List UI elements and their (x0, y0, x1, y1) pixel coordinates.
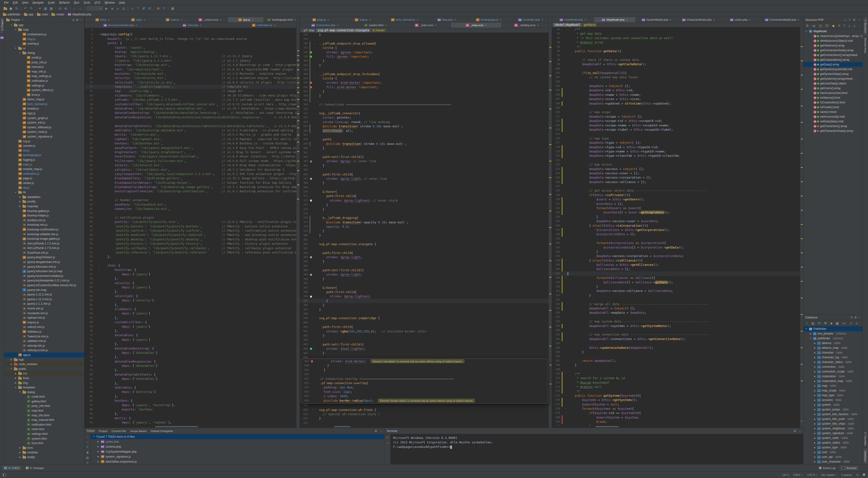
project-item-jquery.easypiechart.min.js[interactable]: JSjquery.easypiechart.min.js (4, 260, 84, 264)
fold-marker[interactable]: ▾ (97, 346, 100, 351)
fold-marker[interactable]: ▾ (97, 385, 100, 390)
vcs-commit-icon[interactable]: ⇡ (135, 6, 141, 11)
structure-method-getconnectiondata[interactable]: mgetConnectionData():array (804, 48, 863, 53)
project-item-main.js[interactable]: JSmain.js (4, 162, 84, 167)
code-line-137[interactable]: 137 $corporations = $this->getCorporatio… (552, 228, 800, 232)
code-line-90[interactable]: 90▾ morris: { (85, 416, 296, 420)
code-line-14[interactable]: 14 templates: '../public/templates', // … (85, 85, 296, 89)
tree-toggle-icon[interactable]: ▶ (813, 352, 816, 354)
code-line-454[interactable]: 454 font-size: 11px; (301, 390, 548, 394)
tree-toggle-icon[interactable]: ▶ (813, 423, 816, 425)
close-tab-icon[interactable]: × (136, 24, 137, 27)
code-line-158[interactable]: 158 // map system data -----------------… (552, 319, 800, 324)
code-line-337[interactable]: 337▾ circle { (300, 46, 549, 50)
code-line-338[interactable]: 338 stroke: $green !important; (300, 50, 549, 55)
code-line-336[interactable]: 336▾ ._jsPlumb_endpoint_drop_allowed{ (300, 41, 549, 46)
fold-marker[interactable]: ▾ (565, 27, 568, 32)
code-line-375[interactable]: 375 (300, 212, 549, 216)
code-line-33[interactable]: 33 validator: 'lib/validator.min', // v0… (85, 168, 296, 172)
tree-toggle-icon[interactable]: ▶ (14, 377, 17, 379)
database-toolbar-icon--[interactable]: ▥ (811, 321, 815, 325)
code-line-371[interactable]: 371▾ path:first-child{ (300, 194, 549, 198)
fold-marker[interactable]: ▾ (312, 155, 315, 159)
project-item-bootstrap.min.js[interactable]: JSbootstrap.min.js (4, 223, 84, 227)
tab-landingpage.html[interactable]: Hlandingpage.html× (264, 17, 300, 22)
structure-toolbar-icon-y[interactable]: Y (837, 24, 841, 28)
structure-toolbar-icon-az[interactable]: az (811, 24, 816, 28)
code-line-422[interactable]: 422 } (300, 416, 549, 421)
menu-tools[interactable]: Tools (81, 0, 92, 5)
code-line-76[interactable]: 76 }, (85, 355, 296, 359)
code-line-398[interactable]: 398 (300, 312, 549, 316)
code-line-99[interactable]: 99 $mapDataAll = $this->getCacheData(); (552, 62, 800, 66)
close-tab-icon[interactable]: × (537, 24, 538, 27)
structure-method-getsystems[interactable]: mgetSystems():array|mixed (804, 76, 863, 81)
tree-toggle-icon[interactable]: ▶ (813, 342, 816, 344)
structure-toolbar-icon--[interactable]: ⤓ (848, 24, 851, 28)
menu-file[interactable]: File (2, 0, 11, 5)
tool-window-button-9-changes[interactable]: 9: Changes (24, 466, 46, 470)
code-line-114[interactable]: 114 $mapData->scope->label = $this->scop… (552, 128, 800, 132)
tab-usermodel.php[interactable]: phpUserModel.php× (552, 17, 594, 22)
code-line-108[interactable]: 108 $mapData->updated = strtotime($this-… (552, 101, 800, 106)
code-line-365[interactable]: 365 (300, 168, 549, 172)
fold-marker[interactable]: ▾ (312, 425, 315, 425)
code-line-367[interactable]: 367 stroke: $gray-light; // outer line (300, 177, 549, 181)
code-line-176[interactable]: 176 $systems = $this->getSystems(); (552, 398, 800, 402)
tab-_colors.scss[interactable]: S_colors.scss× (192, 17, 228, 22)
replace-icon[interactable]: ⊘ (63, 6, 68, 11)
close-tab-icon[interactable]: × (385, 24, 386, 27)
fold-marker[interactable]: ▾ (312, 268, 315, 273)
php-icon[interactable]: php (0, 36, 4, 39)
code-line-394[interactable]: 394 stroke: $gray-lightest; (300, 294, 549, 298)
tree-toggle-icon[interactable]: ▼ (805, 328, 808, 330)
code-line-124[interactable]: 124 $mapData->access->user = []; (552, 171, 800, 176)
paste-icon[interactable]: ▤ (49, 6, 54, 11)
code-line-105[interactable]: 105 $mapData->id = $this->id; (552, 88, 800, 93)
project-item-system_graph.js[interactable]: JSsystem_graph.js (4, 116, 84, 121)
code-line-388[interactable]: 388▾ path:not(:first-child){ (300, 268, 549, 273)
code-line-109[interactable]: 109 (552, 106, 800, 110)
hide-icon[interactable]: − (79, 18, 82, 22)
code-line-28[interactable]: 28 easyPieChart: 'lib/jquery.easypiechar… (85, 146, 296, 150)
tab-_landing.scss[interactable]: S_landing.scss× (501, 23, 552, 28)
code-line-88[interactable]: 88 exports: 'bootbox' (85, 407, 296, 412)
synchronize-icon[interactable]: ↻ (14, 6, 20, 11)
fold-marker[interactable]: ▾ (565, 407, 568, 411)
tree-toggle-icon[interactable]: ▶ (14, 373, 17, 375)
tree-toggle-icon[interactable]: ▼ (19, 391, 21, 393)
fold-marker[interactable]: ▾ (97, 333, 100, 338)
copy-icon[interactable]: ▥ (43, 6, 49, 11)
code-line-140[interactable]: 140▾ foreach($corporations as $corporati… (552, 241, 800, 245)
code-line-342[interactable]: 342 (300, 68, 549, 72)
code-line-393[interactable]: 393▾ path:first-child{ (300, 290, 549, 294)
tree-toggle-icon[interactable]: ▶ (813, 437, 816, 439)
tab-_main.scss[interactable]: S_main.scss× (401, 23, 451, 28)
code-line-48[interactable]: 48 'pnotify.nonblock': 'lib/pnotify/pnot… (85, 233, 296, 237)
code-line-64[interactable]: 64 }, (85, 303, 296, 307)
code-line-343[interactable]: 343▾ ._jsPlumb_endpoint_drop_forbidden{ (300, 72, 549, 76)
code-line-164[interactable]: 164 $this->updateCacheData($mapDataAll); (552, 346, 800, 350)
run-icon[interactable]: ▶ (104, 6, 110, 11)
code-line-59[interactable]: 59▾ velocity: { (85, 281, 296, 285)
project-item-modules[interactable]: ▶modules (4, 450, 84, 455)
project-item-velocity.ui.min.js[interactable]: JSvelocity.ui.min.js (4, 348, 84, 353)
project-item-route.html[interactable]: Hroute.html (4, 427, 84, 432)
project-item-map[interactable]: ▼map (4, 28, 84, 32)
close-tab-icon[interactable]: × (274, 24, 275, 27)
profiler-icon[interactable]: ▨ (121, 6, 126, 11)
tree-toggle-icon[interactable]: ▶ (813, 371, 816, 373)
menu-vcs[interactable]: VCS (92, 0, 102, 5)
database-toolbar-icon--[interactable]: + (805, 321, 809, 325)
code-line-405[interactable]: 405▾ path:not(:first-child){ (300, 342, 549, 347)
code-line-141[interactable]: 141 $corporationData[] = $corporation->g… (552, 246, 800, 250)
tab-app.js[interactable]: JSapp.js× (228, 17, 264, 22)
code-line-65[interactable]: 65▾ slidebars: { (85, 307, 296, 311)
code-line-79[interactable]: 79 }, (85, 368, 296, 372)
code-line-100[interactable]: 100 (552, 67, 800, 71)
code-line-383[interactable]: 383 (300, 246, 549, 251)
coverage-icon[interactable]: ◈ (115, 6, 121, 11)
code-line-143[interactable]: 143 $mapData->access->corporation = $cor… (552, 254, 800, 258)
code-line-113[interactable]: 113 $mapData->scope->name = $this->scope… (552, 123, 800, 128)
code-line-376[interactable]: 376▾ &._jsPlumb_dragging{ (300, 216, 549, 220)
